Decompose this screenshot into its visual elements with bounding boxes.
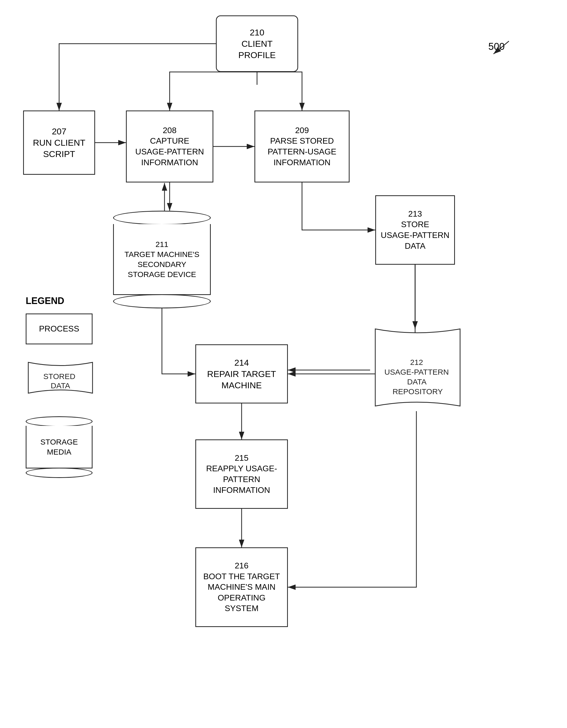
legend-stored-data-shape: STORED DATA [23,360,98,398]
legend-storage-label: STORAGE MEDIA [40,437,78,457]
legend-title: LEGEND [26,296,64,306]
node-211-label: 211 TARGET MACHINE'S SECONDARY STORAGE D… [124,239,199,279]
node-216-label: 216 BOOT THE TARGET MACHINE'S MAIN OPERA… [203,560,280,614]
ref-arrow [483,36,514,57]
node-213-label: 213 STORE USAGE-PATTERN DATA [381,209,449,251]
node-209-label: 209 PARSE STORED PATTERN-USAGE INFORMATI… [268,125,336,168]
node-214-repair-target: 214 REPAIR TARGET MACHINE [195,344,288,403]
node-212-repository-shape: 212 USAGE-PATTERN DATA REPOSITORY [368,326,465,414]
node-209-parse-stored: 209 PARSE STORED PATTERN-USAGE INFORMATI… [254,110,350,182]
diagram: 210 CLIENT PROFILE 207 RUN CLIENT SCRIPT… [0,0,567,728]
legend-storage-media: STORAGE MEDIA [26,416,93,478]
node-214-label: 214 REPAIR TARGET MACHINE [207,357,276,391]
node-210-label: 210 CLIENT PROFILE [238,27,276,61]
node-208-capture-usage: 208 CAPTURE USAGE-PATTERN INFORMATION [126,110,213,182]
node-207-label: 207 RUN CLIENT SCRIPT [33,126,85,160]
node-215-reapply-usage: 215 REAPPLY USAGE- PATTERN INFORMATION [195,439,288,509]
node-207-run-client-script: 207 RUN CLIENT SCRIPT [23,110,95,175]
node-213-store-usage: 213 STORE USAGE-PATTERN DATA [375,195,455,265]
legend-process-label: PROCESS [39,324,79,334]
node-210-client-profile: 210 CLIENT PROFILE [216,15,298,72]
legend-process-box: PROCESS [26,314,93,344]
node-211-storage-device: 211 TARGET MACHINE'S SECONDARY STORAGE D… [113,211,211,308]
node-215-label: 215 REAPPLY USAGE- PATTERN INFORMATION [206,453,277,495]
svg-line-11 [493,41,509,54]
node-216-boot-os: 216 BOOT THE TARGET MACHINE'S MAIN OPERA… [195,547,288,627]
node-208-label: 208 CAPTURE USAGE-PATTERN INFORMATION [135,125,204,168]
